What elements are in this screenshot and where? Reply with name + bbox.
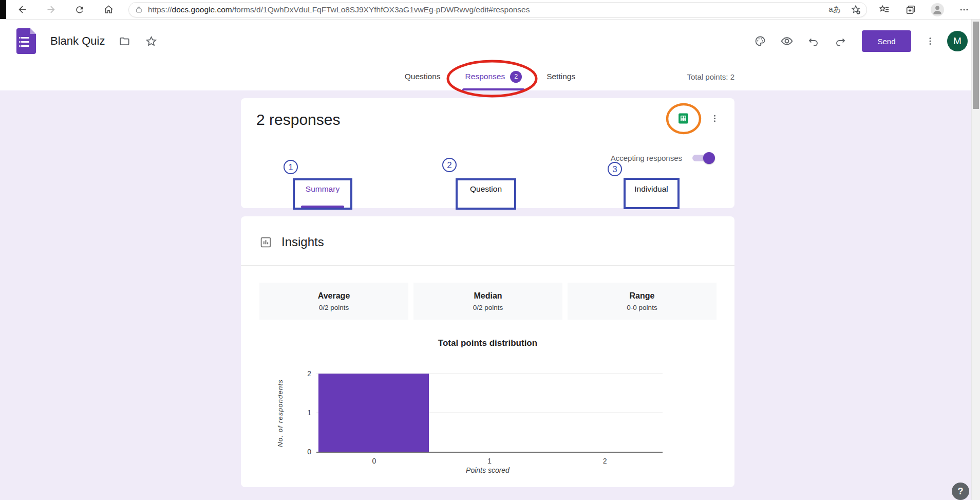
accepting-responses-toggle[interactable] [692,155,713,161]
collections-icon [905,4,916,15]
accepting-responses-label: Accepting responses [611,154,682,162]
back-icon [17,4,28,15]
page-scrollbar[interactable] [971,20,980,500]
add-favorite-icon[interactable] [850,4,861,15]
divider [241,265,734,266]
translate-icon[interactable]: aあ [828,5,841,14]
form-more-options-button[interactable] [922,31,938,51]
address-bar[interactable]: https://docs.google.com/forms/d/1QwhDxVd… [128,2,867,17]
undo-button[interactable] [803,31,824,51]
subtab-summary[interactable]: Summary [306,184,340,194]
points-distribution-chart: 012012 [316,374,663,453]
star-button[interactable] [144,34,158,48]
more-horizontal-icon [959,5,969,15]
tab-responses-label: Responses [465,72,505,81]
refresh-icon [74,5,85,15]
redo-button[interactable] [830,31,851,51]
scrollbar-thumb[interactable] [973,22,979,109]
stat-label: Average [318,291,350,301]
favorites-icon [878,4,890,15]
stat-label: Median [474,291,502,301]
insights-card: Insights Average 0/2 points Median 0/2 p… [241,216,734,487]
forward-icon [46,4,56,15]
kebab-vertical-icon [925,36,935,46]
stat-label: Range [630,291,655,301]
main-content: 2 responses Accepting responses Summary … [0,90,971,500]
send-button[interactable]: Send [862,30,911,52]
google-forms-logo-icon [16,28,36,54]
help-button[interactable]: ? [952,483,969,500]
browser-home-button[interactable] [100,2,117,17]
tab-questions[interactable]: Questions [405,63,441,90]
stat-average: Average 0/2 points [259,283,408,320]
tab-settings[interactable]: Settings [546,63,575,90]
stat-value: 0/2 points [473,304,503,311]
move-to-folder-button[interactable] [117,34,131,48]
insights-chart-icon [259,236,272,249]
browser-menu-button[interactable] [955,2,973,17]
chart-x-axis-label: Points scored [241,466,734,474]
accepting-responses-control: Accepting responses [611,154,713,162]
browser-toolbar: https://docs.google.com/forms/d/1QwhDxVd… [0,0,980,20]
toggle-knob [703,152,715,164]
home-icon [103,4,114,15]
summary-subtab-underline [301,206,344,208]
google-sheets-icon [677,112,690,125]
palette-icon [754,35,766,47]
stat-median: Median 0/2 points [413,283,562,320]
stat-value: 0-0 points [627,304,657,311]
chart-y-axis-label: No. of respondents [276,379,284,447]
account-avatar[interactable]: M [947,31,968,51]
subtab-individual[interactable]: Individual [634,184,668,194]
eye-icon [780,34,794,48]
profile-avatar-icon [931,3,944,16]
tab-responses[interactable]: Responses 2 [465,63,522,90]
kebab-vertical-icon [710,114,720,123]
browser-back-button[interactable] [13,2,31,17]
preview-button[interactable] [777,31,797,51]
browser-forward-button[interactable] [42,2,60,17]
lock-icon [135,6,143,13]
form-header: Blank Quiz Send M [0,20,980,63]
responses-count-badge: 2 [510,71,522,83]
chart-title: Total points distribution [241,338,734,348]
window-corner [0,0,6,19]
browser-refresh-button[interactable] [71,2,88,17]
responses-more-options-button[interactable] [707,110,722,126]
redo-icon [834,35,846,47]
score-stats-row: Average 0/2 points Median 0/2 points Ran… [259,283,717,320]
form-nav-tabs: Questions Responses 2 Settings Total poi… [0,63,980,90]
total-points-label: Total points: 2 [687,63,734,90]
browser-profile-button[interactable] [929,2,946,17]
tab-settings-label: Settings [546,72,575,81]
url-text: https://docs.google.com/forms/d/1QwhDxVd… [148,5,828,14]
undo-icon [807,35,820,47]
insights-title: Insights [281,235,324,249]
stat-value: 0/2 points [319,304,349,311]
stat-range: Range 0-0 points [568,283,717,320]
tab-questions-label: Questions [405,72,441,81]
responses-count-title: 2 responses [256,111,340,128]
customize-theme-button[interactable] [750,31,770,51]
responses-card: 2 responses Accepting responses Summary … [241,98,734,208]
form-title[interactable]: Blank Quiz [50,34,105,48]
collections-button[interactable] [902,2,919,17]
view-in-sheets-button[interactable] [676,111,690,125]
favorites-bar-button[interactable] [875,2,893,17]
subtab-question[interactable]: Question [470,184,502,194]
